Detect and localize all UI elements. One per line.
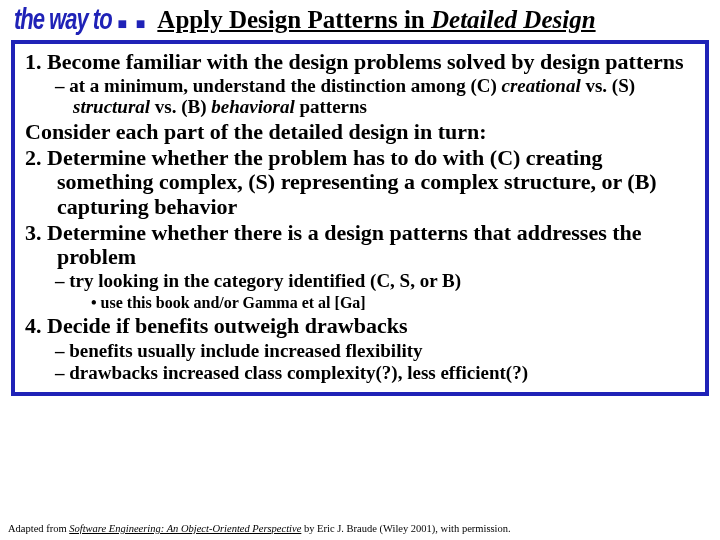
point-3-sub: – try looking in the category identified… [25, 271, 695, 292]
footer-citation: Adapted from Software Engineering: An Ob… [8, 523, 511, 534]
point-4-sub2: – drawbacks increased class complexity(?… [25, 363, 695, 384]
slide-title: Apply Design Patterns in Detailed Design [157, 6, 595, 34]
point-1-sub: – at a minimum, understand the distincti… [25, 76, 695, 118]
footer-book-title: Software Engineering: An Object-Oriented… [69, 523, 301, 534]
point-1: 1. Become familiar with the design probl… [25, 50, 695, 74]
content-box: 1. Become familiar with the design probl… [11, 40, 709, 396]
p1sub-post: patterns [295, 96, 367, 117]
title-part1: Apply Design Patterns in [157, 6, 431, 33]
p1sub-m2: vs. (B) [150, 96, 211, 117]
p1sub-i3: behavioral [211, 96, 294, 117]
point-3-sub2: • use this book and/or Gamma et al [Ga] [25, 294, 695, 312]
motto-trail-icon: ■ ■ [118, 15, 148, 33]
point-2-text: 2. Determine whether the problem has to … [25, 146, 695, 219]
p1sub-pre: – at a minimum, understand the distincti… [55, 75, 502, 96]
point-3: 3. Determine whether there is a design p… [25, 221, 695, 269]
point-2: 2. Determine whether the problem has to … [25, 146, 695, 219]
motto-text: the way to [14, 2, 112, 37]
p1sub-m1: vs. (S) [581, 75, 635, 96]
point-4-text: 4. Decide if benefits outweigh drawbacks [25, 314, 695, 338]
title-italic: Detailed Design [431, 6, 596, 33]
point-3-text: 3. Determine whether there is a design p… [25, 221, 695, 269]
slide: the way to ■ ■ Apply Design Patterns in … [0, 0, 720, 540]
point-4: 4. Decide if benefits outweigh drawbacks [25, 314, 695, 338]
p1sub-i2: structural [73, 96, 150, 117]
footer-post: by Eric J. Braude (Wiley 2001), with per… [301, 523, 510, 534]
consider-line: Consider each part of the detailed desig… [25, 120, 695, 144]
point-4-sub1: – benefits usually include increased fle… [25, 341, 695, 362]
p1sub-i1: creational [502, 75, 581, 96]
footer-pre: Adapted from [8, 523, 69, 534]
point-1-text: 1. Become familiar with the design probl… [25, 50, 695, 74]
header: the way to ■ ■ Apply Design Patterns in … [10, 6, 710, 34]
